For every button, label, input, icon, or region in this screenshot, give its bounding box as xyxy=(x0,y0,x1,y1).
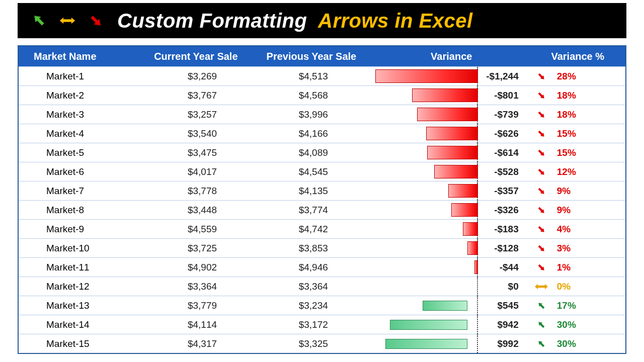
cell-variance: -$801 xyxy=(372,86,524,105)
page-title: Custom Formatting Arrows in Excel xyxy=(117,10,473,32)
cell-previous-year: $4,568 xyxy=(254,86,372,105)
variance-pct-value: 1% xyxy=(557,262,587,273)
table-row: Market-5$3,475$4,089-$61415% xyxy=(19,143,625,162)
arrow-down-icon xyxy=(534,224,549,235)
cell-previous-year: $4,135 xyxy=(254,182,372,200)
cell-market-name: Market-11 xyxy=(19,258,150,277)
cell-previous-year: $4,545 xyxy=(254,162,372,181)
arrow-down-icon xyxy=(534,71,549,82)
cell-variance-pct: 18% xyxy=(524,105,625,124)
cell-current-year: $4,559 xyxy=(150,220,255,238)
svg-marker-13 xyxy=(537,263,546,272)
cell-variance-pct: 9% xyxy=(524,182,625,200)
cell-variance: -$626 xyxy=(372,124,524,143)
cell-variance-pct: 3% xyxy=(524,239,625,257)
cell-market-name: Market-1 xyxy=(19,67,150,85)
cell-variance: -$739 xyxy=(372,105,524,124)
cell-current-year: $3,364 xyxy=(150,277,255,296)
table-row: Market-10$3,725$3,853-$1283% xyxy=(19,238,625,257)
cell-current-year: $3,778 xyxy=(150,182,255,200)
variance-pct-value: 9% xyxy=(557,186,587,197)
variance-value: $942 xyxy=(468,319,524,330)
cell-variance-pct: 12% xyxy=(524,162,625,181)
cell-variance-pct: 9% xyxy=(524,201,625,219)
arrow-down-icon xyxy=(534,90,549,101)
arrow-left-right-icon xyxy=(60,15,75,26)
cell-previous-year: $3,774 xyxy=(254,201,372,219)
variance-pct-value: 28% xyxy=(557,71,587,82)
arrow-down-icon xyxy=(534,205,549,216)
cell-previous-year: $4,946 xyxy=(254,258,372,277)
variance-pct-value: 12% xyxy=(557,166,587,177)
cell-market-name: Market-4 xyxy=(19,124,150,143)
table-row: Market-4$3,540$4,166-$62615% xyxy=(19,124,625,143)
cell-market-name: Market-14 xyxy=(19,315,150,334)
variance-pct-value: 17% xyxy=(557,300,587,311)
table-row: Market-1$3,269$4,513-$1,24428% xyxy=(19,66,625,85)
svg-marker-16 xyxy=(537,320,545,329)
header-variance-pct: Variance % xyxy=(530,51,625,62)
cell-current-year: $4,317 xyxy=(150,334,255,353)
title-part-1: Custom Formatting xyxy=(117,10,307,32)
table-row: Market-8$3,448$3,774-$3269% xyxy=(19,200,625,219)
table-row: Market-7$3,778$4,135-$3579% xyxy=(19,181,625,200)
cell-current-year: $4,017 xyxy=(150,162,255,181)
cell-market-name: Market-3 xyxy=(19,105,150,124)
table-row: Market-14$4,114$3,172$94230% xyxy=(19,315,625,334)
arrow-down-icon xyxy=(534,166,549,177)
cell-previous-year: $4,742 xyxy=(254,220,372,238)
cell-market-name: Market-7 xyxy=(19,182,150,200)
cell-variance-pct: 4% xyxy=(524,220,625,238)
cell-previous-year: $4,166 xyxy=(254,124,372,143)
arrow-up-icon xyxy=(32,15,47,26)
cell-variance-pct: 18% xyxy=(524,86,625,105)
variance-pct-value: 9% xyxy=(557,205,587,216)
cell-variance: -$614 xyxy=(372,143,524,162)
header-market-name: Market Name xyxy=(19,51,142,62)
cell-current-year: $3,448 xyxy=(150,201,255,219)
variance-value: $545 xyxy=(468,300,524,311)
cell-market-name: Market-12 xyxy=(19,277,150,296)
cell-market-name: Market-6 xyxy=(19,162,150,181)
cell-current-year: $3,779 xyxy=(150,296,255,315)
slide: Custom Formatting Arrows in Excel Market… xyxy=(0,0,644,362)
cell-variance: $942 xyxy=(372,315,524,334)
cell-previous-year: $3,853 xyxy=(254,239,372,257)
table-row: Market-9$4,559$4,742-$1834% xyxy=(19,219,625,238)
svg-marker-0 xyxy=(32,13,46,27)
cell-current-year: $3,269 xyxy=(150,67,255,85)
cell-variance-pct: 0% xyxy=(524,277,625,296)
arrow-down-icon xyxy=(534,128,549,139)
variance-pct-value: 3% xyxy=(557,243,587,254)
cell-current-year: $3,475 xyxy=(150,143,255,162)
title-part-2: Arrows in Excel xyxy=(318,10,473,32)
arrow-down-icon xyxy=(534,243,549,254)
cell-previous-year: $3,996 xyxy=(254,105,372,124)
table-row: Market-12$3,364$3,364$00% xyxy=(19,277,625,296)
table-row: Market-3$3,257$3,996-$73918% xyxy=(19,105,625,124)
arrow-down-icon xyxy=(88,15,103,26)
arrow-down-icon xyxy=(534,147,549,158)
svg-marker-11 xyxy=(537,225,546,233)
svg-marker-15 xyxy=(537,301,545,310)
arrow-down-icon xyxy=(534,186,549,197)
cell-variance: -$44 xyxy=(372,258,524,277)
svg-marker-12 xyxy=(537,244,546,252)
svg-marker-1 xyxy=(60,18,75,24)
cell-market-name: Market-10 xyxy=(19,239,150,257)
cell-previous-year: $3,325 xyxy=(254,334,372,353)
cell-variance-pct: 30% xyxy=(524,315,625,334)
cell-variance-pct: 1% xyxy=(524,258,625,277)
cell-market-name: Market-5 xyxy=(19,143,150,162)
cell-current-year: $3,540 xyxy=(150,124,255,143)
cell-market-name: Market-2 xyxy=(19,86,150,105)
cell-current-year: $4,902 xyxy=(150,258,255,277)
header-previous-year: Previous Year Sale xyxy=(250,51,373,62)
svg-marker-6 xyxy=(537,129,546,138)
cell-variance: -$128 xyxy=(372,239,524,257)
title-icons xyxy=(32,15,103,26)
table-header-row: Market Name Current Year Sale Previous Y… xyxy=(19,46,625,66)
arrow-up-icon xyxy=(534,319,549,330)
svg-marker-10 xyxy=(537,206,546,214)
variance-pct-value: 4% xyxy=(557,224,587,235)
